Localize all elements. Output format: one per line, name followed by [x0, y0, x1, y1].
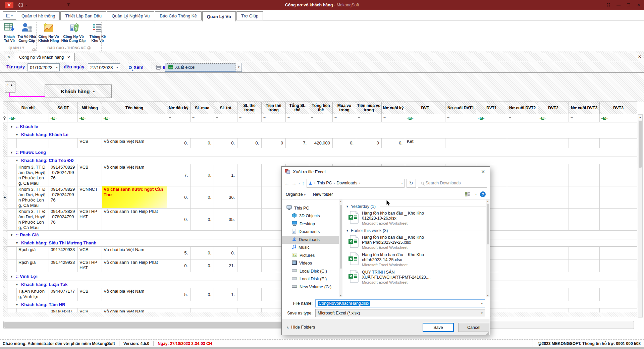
collapse-icon[interactable]: ▼: [15, 283, 18, 286]
chevron-down-icon[interactable]: ▾: [475, 193, 477, 196]
filter-cell[interactable]: =: [262, 114, 286, 122]
filter-cell[interactable]: =: [356, 114, 382, 122]
cell[interactable]: [569, 308, 600, 312]
cell[interactable]: [507, 308, 538, 312]
cell[interactable]: [237, 209, 262, 231]
collapse-icon[interactable]: ▼: [15, 241, 18, 245]
file-group-header[interactable]: ▼Earlier this week (3): [346, 228, 488, 233]
ribbon-tab[interactable]: Thiết Lập Ban Đầu: [60, 11, 106, 20]
application-menu-button[interactable]: ▿: [3, 11, 16, 20]
file-list-scrollbar[interactable]: ▲▼: [486, 199, 490, 297]
filter-cell[interactable]: aBc: [405, 114, 445, 122]
cell[interactable]: 35.: [214, 209, 237, 231]
cell[interactable]: 0.: [191, 259, 214, 272]
search-input[interactable]: Search Downloads: [418, 179, 487, 188]
cell[interactable]: 0914578829-07802479976: [49, 164, 78, 186]
filter-cell[interactable]: =: [191, 114, 214, 122]
collapse-icon[interactable]: ▼: [10, 275, 13, 278]
cell[interactable]: 0.: [214, 247, 237, 259]
filter-cell[interactable]: =: [569, 114, 600, 122]
ribbon-tab[interactable]: Trợ Giúp: [236, 11, 263, 20]
cell[interactable]: Rạch giá: [17, 259, 49, 272]
sidebar-item-documents[interactable]: Documents: [282, 228, 339, 236]
cell[interactable]: 0.: [333, 138, 356, 148]
history-chevron-icon[interactable]: ▾: [299, 182, 300, 185]
column-header[interactable]: Nợ đầu kỳ: [167, 102, 191, 114]
scroll-up-icon[interactable]: ▲: [339, 200, 342, 202]
file-group-header[interactable]: ▼Yesterday (1): [346, 204, 488, 209]
cell[interactable]: [507, 164, 538, 186]
file-name-input[interactable]: CongNoVoKhachHang.xlsx▾: [315, 299, 485, 307]
cell[interactable]: VCB: [78, 164, 102, 186]
cell[interactable]: Két: [405, 138, 445, 148]
cell[interactable]: Vỏ chai sành Tân Hiệp Phát: [102, 259, 167, 272]
cell[interactable]: VCB: [78, 288, 102, 301]
row-indicator[interactable]: [3, 301, 7, 308]
refresh-icon[interactable]: ↻: [407, 179, 416, 188]
filter-cell[interactable]: =: [507, 114, 538, 122]
column-header[interactable]: Tiền mua vỏ trong: [356, 102, 382, 114]
cell[interactable]: Khóm 3, TT Đầm Dơi, Huyện Phước Long, Cà…: [17, 164, 49, 186]
sidebar-item-local-disk-e-[interactable]: Local Disk (E:): [282, 275, 339, 283]
cell[interactable]: 0917429933: [49, 259, 78, 272]
cell[interactable]: [237, 186, 262, 209]
cell[interactable]: Tạ An Khương, Vĩnh lợi: [17, 288, 49, 301]
cell[interactable]: [507, 209, 538, 231]
ribbon-button[interactable]: $Công Nợ Vỏ Nhà Cung Cấp: [60, 21, 87, 46]
cell[interactable]: [569, 138, 600, 148]
sidebar-item-new-volume-g-[interactable]: New Volume (G:): [282, 283, 339, 291]
scroll-up-icon[interactable]: ▲: [486, 200, 490, 202]
back-icon[interactable]: ←: [284, 180, 289, 186]
cell[interactable]: VCB: [78, 138, 102, 148]
filter-cell[interactable]: =: [309, 114, 333, 122]
sidebar-item-3d-objects[interactable]: 3D Objects: [282, 212, 339, 220]
save-type-select[interactable]: Microsoft Excel (*.xlsx)▾: [315, 309, 485, 317]
row-indicator[interactable]: [3, 281, 7, 288]
cell[interactable]: [17, 308, 49, 312]
filter-cell[interactable]: =: [214, 114, 237, 122]
cell[interactable]: [569, 259, 600, 272]
cell[interactable]: 0.: [191, 186, 214, 209]
row-indicator[interactable]: [3, 259, 7, 272]
filter-cell[interactable]: aBc: [538, 114, 569, 122]
ribbon-tab[interactable]: Quản Lý Nghiệp Vụ: [107, 11, 154, 20]
sidebar-item-pictures[interactable]: Pictures: [282, 251, 339, 259]
sidebar-item-music[interactable]: Music: [282, 244, 339, 252]
cell[interactable]: [237, 247, 262, 259]
collapse-icon[interactable]: ▼: [15, 133, 18, 136]
cell[interactable]: [476, 138, 507, 148]
cell[interactable]: 0.: [167, 259, 191, 272]
file-item[interactable]: Hàng tồn kho ban đầu _ Kho Kho012023-10-…: [348, 211, 488, 225]
export-options-dropdown[interactable]: ▼: [236, 63, 242, 72]
cell[interactable]: [507, 138, 538, 148]
cell[interactable]: [237, 308, 262, 312]
sidebar-item-desktop[interactable]: Desktop: [282, 220, 339, 228]
hide-folders-button[interactable]: ∧Hide Folders: [286, 325, 315, 330]
cell[interactable]: 1.: [214, 164, 237, 186]
collapse-icon[interactable]: ▼: [10, 151, 13, 154]
group-row[interactable]: ▼:: Khách lẻ: [3, 122, 637, 131]
chevron-down-icon[interactable]: ▼: [115, 66, 120, 69]
filter-cell[interactable]: =: [237, 114, 262, 122]
cell[interactable]: 420,000: [309, 138, 333, 148]
filter-cell[interactable]: =: [286, 114, 309, 122]
column-header[interactable]: ĐVT2: [538, 102, 569, 114]
filter-pin-icon[interactable]: [3, 114, 7, 122]
cell[interactable]: [538, 164, 569, 186]
row-indicator[interactable]: [3, 288, 7, 301]
sidebar-item-downloads[interactable]: Downloads: [282, 236, 339, 244]
breadcrumb-this-pc[interactable]: This PC: [317, 181, 332, 185]
cell[interactable]: Vỏ chai sành nước ngọt Cần Thơ: [102, 186, 167, 209]
minimize-icon[interactable]: —: [616, 2, 621, 8]
cell[interactable]: 0.: [214, 138, 237, 148]
cell[interactable]: [237, 164, 262, 186]
cell[interactable]: 0: [356, 138, 382, 148]
filter-cell[interactable]: aBc: [78, 114, 102, 122]
cell[interactable]: VCSTHPHAT: [78, 209, 102, 231]
ribbon-tab[interactable]: Quản Lý Vỏ: [202, 11, 236, 21]
column-header[interactable]: Tổng tiền thế: [309, 102, 333, 114]
cell[interactable]: 0944077177: [49, 288, 78, 301]
row-indicator[interactable]: [3, 239, 7, 247]
save-button[interactable]: Save: [423, 323, 454, 332]
close-tab-icon[interactable]: ✕: [67, 55, 70, 60]
